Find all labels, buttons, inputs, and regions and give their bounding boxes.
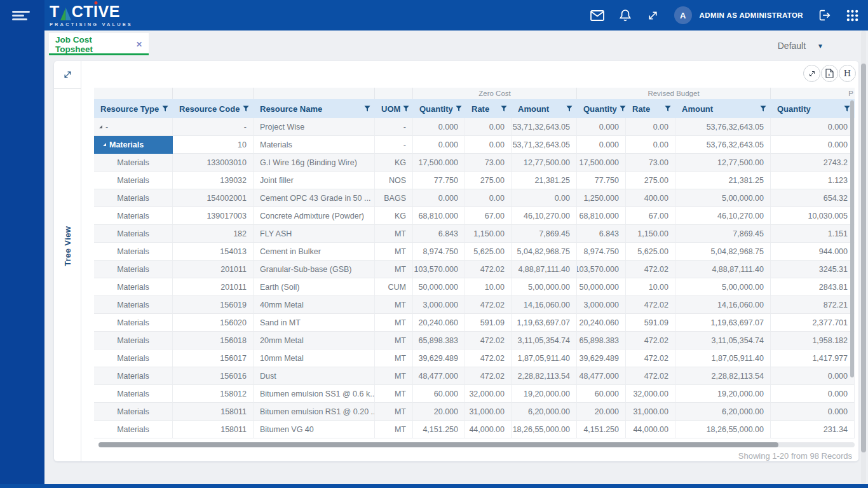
expand-table-button[interactable] [803,65,820,82]
column-header-quantity[interactable]: Quantity [413,99,465,118]
table-cell: 0.000 [771,403,855,421]
column-header-amount[interactable]: Amount [675,99,771,118]
table-header-row: Resource TypeResource CodeResource NameU… [94,99,855,118]
tab-job-cost-topsheet[interactable]: Job Cost Topsheet ✕ [49,33,149,55]
table-cell: 0.000 [771,385,855,403]
column-header-label: Quantity [419,104,453,114]
table-cell: 4,88,87,111.40 [512,261,577,278]
table-cell[interactable]: Materials [94,136,173,154]
table-cell: 139032 [173,172,254,189]
cell-value: 48,477.000 [418,372,458,381]
table-cell: 67.00 [626,207,675,225]
table-cell: 39,629.489 [577,349,626,367]
table-row[interactable]: Materials15601820mm MetalMT65,898.383472… [94,332,855,349]
tree-expand-caret-icon[interactable] [103,143,106,146]
h-view-button[interactable]: H [839,65,856,82]
filter-icon[interactable] [456,105,462,112]
table-cell: MT [375,314,413,332]
logout-icon[interactable] [817,8,831,22]
table-row[interactable]: Materials139032Joint fillerNOS77.750275.… [94,172,855,189]
export-excel-button[interactable]: x [821,65,838,82]
table-row[interactable]: Materials201011Granular-Sub-base (GSB)MT… [94,261,855,278]
tab-label: Job Cost Topsheet [55,35,128,54]
table-row[interactable]: Materials156016DustMT48,477.000472.022,2… [94,367,855,385]
cell-value: 2,28,82,113.54 [712,372,764,381]
filter-icon[interactable] [620,105,626,112]
table-vertical-scrollbar[interactable] [850,100,854,377]
table-cell: 1,958.182 [771,332,855,349]
top-bar: T CTIVE PRACTISING VALUES A [44,0,868,30]
table-cell: 18,26,55,000.00 [675,421,771,438]
tree-view-label[interactable]: Tree View [54,222,81,270]
filter-icon[interactable] [162,105,168,112]
table-row[interactable]: Materials154013Cement in BulkerMT8,974.7… [94,243,855,261]
filter-icon[interactable] [665,105,671,112]
filter-icon[interactable] [566,105,573,112]
hamburger-menu-icon[interactable] [12,11,30,20]
column-header-uom[interactable]: UOM [375,99,413,118]
column-header-amount[interactable]: Amount [512,99,577,118]
cell-value: Materials [117,247,149,256]
filter-icon[interactable] [760,105,766,112]
table-row[interactable]: Materials182FLY ASHMT6.8431,150.007,869.… [94,225,855,243]
column-header-resource-name[interactable]: Resource Name [254,99,375,118]
table-cell: Cement OPC 43 Grade in 50 ... [254,189,375,207]
user-role-label[interactable]: ADMIN AS ADMINISTRATOR [700,11,803,19]
cell-value: 5,625.00 [637,247,668,256]
cell-value: KG [395,212,406,220]
user-avatar[interactable]: A [674,6,692,24]
table-row[interactable]: Materials133003010G.I Wire 16g (Binding … [94,154,855,172]
page-scrollbar-thumb[interactable] [861,64,866,452]
table-row[interactable]: Materials201011Earth (Soil)CUM50,000.000… [94,278,855,296]
table-row[interactable]: Materials10Materials-0.0000.0053,71,32,6… [94,136,855,154]
table-row[interactable]: Materials139017003Concrete Admixture (Po… [94,207,855,225]
column-header-resource-type[interactable]: Resource Type [94,99,173,118]
table-cell: 158011 [173,421,254,438]
tab-close-icon[interactable]: ✕ [136,40,142,49]
table-cell: 201011 [173,261,254,278]
cell-value: 6.843 [438,229,458,238]
tree-view-expand-button[interactable] [54,61,81,89]
table-cell: 2,28,82,113.54 [675,367,771,385]
filter-icon[interactable] [403,105,409,112]
table-cell: 68,810.000 [577,207,626,225]
table-cell: Bitumen VG 40 [254,421,375,438]
cell-value: 139017003 [207,212,247,220]
table-cell: Materials [94,403,173,421]
column-header-rate[interactable]: Rate [465,99,512,118]
active-tab-indicator [49,53,149,55]
column-header-rate[interactable]: Rate [626,99,675,118]
app-window: T CTIVE PRACTISING VALUES A [0,0,868,488]
table-row[interactable]: Materials154002001Cement OPC 43 Grade in… [94,189,855,207]
column-header-quantity[interactable]: Quantity [577,99,626,118]
filter-icon[interactable] [364,105,370,112]
table-row[interactable]: Materials158011Bitumen emulsion RS1 @ 0.… [94,403,855,421]
view-selector[interactable]: Default ▼ [778,41,824,51]
table-horizontal-scrollbar-thumb[interactable] [98,442,778,447]
cell-value: MT [395,425,406,434]
column-header-quantity[interactable]: Quantity [771,99,855,118]
table-row[interactable]: Materials158011Bitumen VG 40MT4,151.2504… [94,421,855,438]
cell-value: - [403,140,406,149]
bell-icon[interactable] [618,8,632,22]
tree-expand-caret-icon[interactable] [99,125,102,128]
table-row[interactable]: Materials158012Bitumen emulsion SS1 @ 0.… [94,385,855,403]
filter-icon[interactable] [243,105,249,112]
table-cell: - [94,118,173,136]
apps-grid-icon[interactable] [845,8,859,22]
cell-value: 275.00 [644,176,668,185]
cell-value: Materials [260,140,292,149]
table-row[interactable]: Materials156020Sand in MTMT20,240.060591… [94,314,855,332]
fullscreen-icon[interactable] [646,8,660,22]
filter-icon[interactable] [844,105,850,112]
table-cell: 53,76,32,643.05 [675,118,771,136]
cell-value: 60.000 [595,390,619,398]
table-row[interactable]: Materials15601940mm MetalMT3,000.000472.… [94,296,855,314]
table-row[interactable]: --Project Wise-0.0000.0053,71,32,643.050… [94,118,855,136]
column-header-resource-code[interactable]: Resource Code [173,99,254,118]
table-horizontal-scrollbar-track[interactable] [98,442,855,447]
filter-icon[interactable] [501,105,507,112]
mail-icon[interactable] [590,8,604,22]
table-cell: 0.000 [771,118,855,136]
table-row[interactable]: Materials15601710mm MetalMT39,629.489472… [94,349,855,367]
